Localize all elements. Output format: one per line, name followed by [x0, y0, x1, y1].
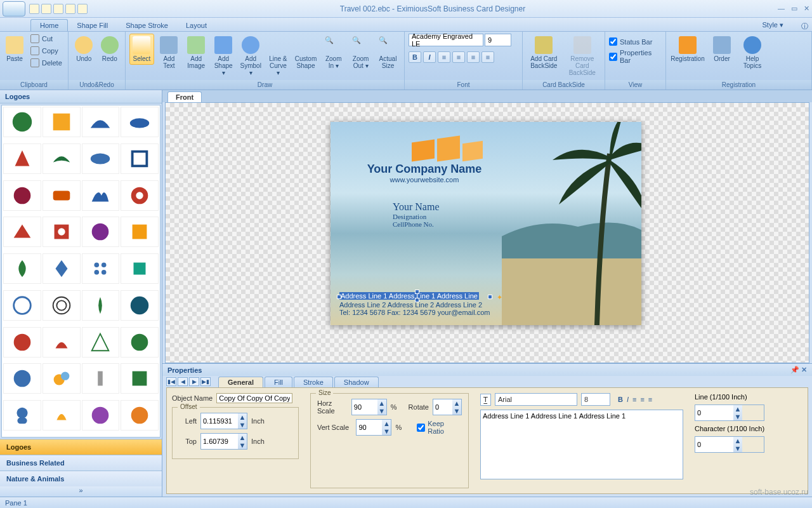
order-button[interactable]: Order — [708, 34, 736, 65]
minimize-button[interactable]: — — [778, 4, 785, 13]
prop-font-combo[interactable]: Arial — [495, 393, 577, 406]
logo-item[interactable] — [121, 290, 159, 321]
propsbar-checkbox[interactable]: Properties Bar — [609, 49, 662, 64]
align-center-button[interactable]: ≡ — [452, 51, 465, 63]
business-card[interactable]: Your Company Name www.yourwebsite.com Yo… — [331, 122, 641, 325]
your-name[interactable]: Your Name — [393, 201, 507, 213]
sidebar-expand-icon[interactable]: » — [0, 486, 162, 497]
nav-last-button[interactable]: ▶▮ — [200, 377, 211, 386]
tab-layout[interactable]: Layout — [177, 20, 216, 31]
logo-item[interactable] — [43, 363, 81, 394]
logo-item[interactable] — [3, 363, 41, 394]
logo-item[interactable] — [82, 327, 120, 358]
prop-align-left[interactable]: ≡ — [632, 396, 636, 403]
add-symbol-button[interactable]: AddSymbol ▾ — [239, 34, 263, 79]
logo-item[interactable] — [121, 217, 159, 247]
logo-item[interactable] — [121, 107, 159, 137]
tab-home[interactable]: Home — [30, 19, 68, 31]
prop-tab-shadow[interactable]: Shadow — [334, 377, 379, 387]
prop-tab-general[interactable]: General — [218, 377, 263, 387]
font-name-combo[interactable]: Academy Engraved LE — [409, 34, 483, 46]
quickprint-icon[interactable] — [77, 4, 88, 14]
nav-first-button[interactable]: ▮◀ — [166, 377, 176, 386]
print-icon[interactable] — [65, 4, 75, 14]
help-button[interactable]: HelpTopics — [738, 34, 766, 72]
logo-item[interactable] — [121, 180, 159, 211]
logo-item[interactable] — [3, 107, 41, 137]
vert-input[interactable] — [357, 420, 382, 435]
company-name[interactable]: Your Company Name — [342, 163, 507, 176]
zoom-out-button[interactable]: 🔍ZoomOut ▾ — [348, 34, 373, 72]
prop-align-right[interactable]: ≡ — [648, 396, 652, 403]
category-logoes[interactable]: Logoes — [0, 439, 162, 455]
logo-item[interactable] — [3, 253, 41, 284]
close-button[interactable]: ✕ — [804, 4, 809, 13]
logo-item[interactable] — [43, 400, 81, 431]
select-tool-button[interactable]: Select — [129, 34, 154, 65]
custom-shape-button[interactable]: CustomShape — [293, 34, 318, 72]
object-name-input[interactable] — [216, 393, 292, 403]
zoom-in-button[interactable]: 🔍ZoomIn ▾ — [321, 34, 346, 72]
align-left-button[interactable]: ≡ — [438, 51, 450, 63]
tab-shape-stroke[interactable]: Shape Stroke — [117, 20, 177, 31]
prop-tab-stroke[interactable]: Stroke — [294, 377, 333, 387]
undo-button[interactable]: Undo — [72, 34, 96, 65]
new-icon[interactable] — [29, 4, 39, 14]
logo-item[interactable] — [43, 217, 81, 247]
prop-italic-button[interactable]: I — [627, 396, 629, 403]
cut-button[interactable]: Cut — [28, 34, 65, 44]
logo-item[interactable] — [3, 144, 41, 174]
logo-item[interactable] — [3, 400, 41, 431]
logo-item[interactable] — [121, 253, 159, 284]
align-justify-button[interactable]: ≡ — [481, 51, 494, 63]
prop-align-center[interactable]: ≡ — [640, 396, 644, 403]
add-text-button[interactable]: AddText — [157, 34, 181, 72]
logo-item[interactable] — [82, 363, 120, 394]
align-right-button[interactable]: ≡ — [467, 51, 480, 63]
address-line-1-selected[interactable]: Address Line 1 Address Line 1 Address Li… — [339, 292, 479, 300]
tab-shape-fill[interactable]: Shape Fill — [68, 20, 117, 31]
add-shape-button[interactable]: AddShape ▾ — [211, 34, 236, 79]
add-image-button[interactable]: AddImage — [184, 34, 209, 72]
line-curve-button[interactable]: Line &Curve ▾ — [266, 34, 291, 79]
logo-item[interactable] — [82, 290, 120, 321]
logo-item[interactable] — [3, 290, 41, 321]
text-tool-icon[interactable]: T̲ — [480, 394, 491, 406]
category-business[interactable]: Business Related — [0, 455, 162, 471]
logo-item[interactable] — [82, 253, 120, 284]
pin-icon[interactable]: 📌 ✕ — [790, 366, 807, 374]
tel-fax-email[interactable]: Tel: 1234 5678 Fax: 1234 5679 your@email… — [339, 309, 490, 316]
maximize-button[interactable]: ▭ — [791, 4, 797, 13]
logo-item[interactable] — [121, 363, 159, 394]
registration-button[interactable]: Registration — [670, 34, 705, 65]
redo-button[interactable]: Redo — [98, 34, 122, 65]
left-input[interactable] — [201, 413, 238, 429]
copy-button[interactable]: Copy — [28, 46, 65, 56]
horz-input[interactable] — [352, 399, 377, 415]
logo-item[interactable] — [82, 107, 120, 137]
italic-button[interactable]: I — [423, 51, 436, 63]
logo-grid[interactable] — [1, 105, 160, 438]
logo-item[interactable] — [3, 180, 41, 211]
logo-item[interactable] — [3, 327, 41, 358]
designation[interactable]: Designation — [393, 213, 507, 220]
logo-item[interactable] — [43, 327, 81, 358]
logo-item[interactable] — [43, 253, 81, 284]
actual-size-button[interactable]: 🔍ActualSize — [376, 34, 400, 72]
cellphone[interactable]: CellPhone No. — [393, 220, 507, 228]
logo-item[interactable] — [43, 144, 81, 174]
prop-bold-button[interactable]: B — [618, 396, 623, 403]
logo-item[interactable] — [121, 400, 159, 431]
rotate-input[interactable] — [433, 399, 452, 415]
object-text-input[interactable] — [480, 410, 683, 479]
logo-item[interactable] — [82, 180, 120, 211]
logo-item[interactable] — [43, 180, 81, 211]
char-spacing-input[interactable] — [695, 437, 733, 452]
logo-item[interactable] — [82, 144, 120, 174]
delete-button[interactable]: Delete — [28, 58, 65, 68]
add-backside-button[interactable]: Add CardBackSide — [527, 34, 561, 72]
canvas-tab-front[interactable]: Front — [167, 91, 202, 102]
nav-prev-button[interactable]: ◀ — [178, 377, 188, 386]
category-nature[interactable]: Nature & Animals — [0, 471, 162, 486]
logo-item[interactable] — [82, 217, 120, 247]
